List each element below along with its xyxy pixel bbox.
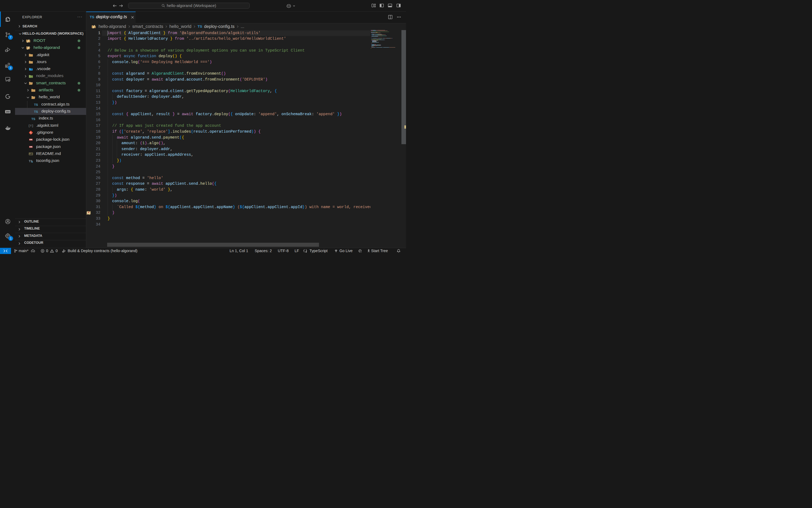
- svg-text:.ENV: .ENV: [6, 111, 10, 113]
- svg-text:TS: TS: [34, 110, 38, 113]
- svg-text:TS: TS: [32, 117, 36, 120]
- svg-text:TS: TS: [34, 103, 38, 106]
- svg-text:[T]: [T]: [29, 124, 33, 128]
- svg-text:JS: JS: [31, 76, 32, 78]
